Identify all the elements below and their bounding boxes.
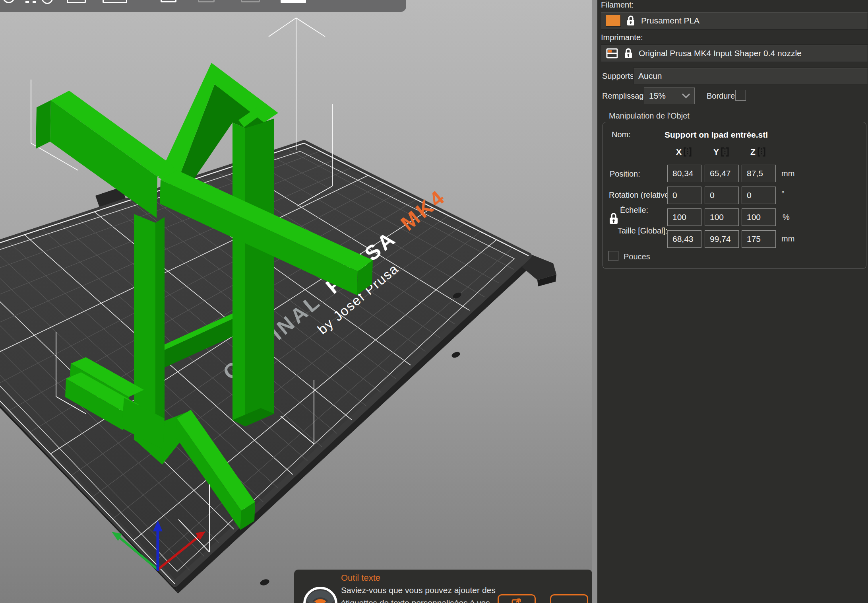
inches-checkbox[interactable] — [608, 251, 618, 261]
printer-combo[interactable]: Original Prusa MK4 Input Shaper 0.4 nozz… — [601, 45, 868, 62]
size-y-input[interactable] — [705, 230, 739, 248]
copy-brackets-icon — [757, 147, 766, 157]
prusa-mascot-icon — [302, 581, 339, 603]
toast-line1: Saviez-vous que vous pouvez ajouter des — [341, 585, 496, 595]
axis-x-label: X — [676, 147, 682, 157]
rotation-label: Rotation (relative): — [609, 191, 674, 200]
size-unit: mm — [781, 234, 794, 243]
infill-value: 15% — [649, 91, 666, 101]
brim-label: Bordure: — [707, 91, 737, 101]
supports-label: Supports: — [602, 72, 636, 81]
model-right-leg-side — [232, 123, 245, 426]
axis-header-y: Y — [713, 147, 729, 157]
name-label: Nom: — [612, 130, 631, 139]
copy-brackets-icon — [683, 147, 692, 157]
3d-viewport[interactable]: ORIGINAL PRUSA MK4 by Josef Prusa — [0, 0, 592, 603]
rotation-x-input[interactable] — [667, 187, 701, 204]
rotation-unit: ° — [781, 190, 785, 199]
size-z-input[interactable] — [742, 230, 776, 248]
scale-y-input[interactable] — [705, 208, 739, 226]
position-z-input[interactable] — [742, 165, 776, 182]
filament-color-swatch — [606, 15, 621, 27]
toast-open-button[interactable] — [498, 594, 536, 603]
panel-splitter[interactable] — [592, 0, 597, 603]
axis-header-x: X — [676, 147, 692, 157]
toast-close-button[interactable] — [550, 594, 588, 603]
lock-icon — [626, 15, 636, 26]
supports-combo[interactable]: Aucun — [633, 68, 868, 84]
printer-icon — [606, 48, 618, 59]
toast-title: Outil texte — [341, 573, 380, 583]
inches-label: Pouces — [624, 252, 650, 261]
infill-combo[interactable]: 15% — [644, 88, 695, 104]
size-x-input[interactable] — [667, 230, 701, 248]
lock-icon — [624, 48, 633, 59]
axis-header-z: Z — [750, 147, 766, 157]
filament-value: Prusament PLA — [641, 16, 699, 25]
model-right-leg-front — [245, 119, 274, 426]
infill-label: Remplissage: — [602, 91, 650, 101]
scale-x-input[interactable] — [667, 208, 701, 226]
uniform-scale-lock-icon[interactable] — [608, 212, 619, 226]
notification-toast: Outil texte Saviez-vous que vous pouvez … — [294, 570, 592, 603]
scene-canvas: ORIGINAL PRUSA MK4 by Josef Prusa — [0, 0, 592, 603]
toolbar-icon-2c[interactable] — [41, 0, 53, 4]
size-label: Taille [Global]: — [618, 226, 668, 235]
scale-unit: % — [783, 213, 790, 222]
toolbar-icon-2[interactable] — [25, 1, 29, 3]
object-name: Support on Ipad entrèe.stl — [635, 130, 798, 140]
chevron-down-icon — [682, 93, 690, 99]
toolbar-icon-4[interactable] — [103, 0, 127, 3]
manipulation-title: Manipulation de l'Objet — [609, 111, 690, 121]
toolbar-icon-3[interactable] — [67, 0, 86, 3]
axis-y-label: Y — [713, 147, 719, 157]
filament-combo[interactable]: Prusament PLA — [601, 12, 868, 29]
position-y-input[interactable] — [705, 165, 739, 182]
copy-brackets-icon — [721, 147, 729, 157]
open-link-icon — [511, 598, 522, 603]
toolbar-icon-6[interactable] — [198, 0, 215, 2]
printer-label: Imprimante: — [601, 33, 643, 42]
position-unit: mm — [781, 169, 794, 178]
brim-checkbox[interactable] — [735, 90, 746, 101]
toolbar-icon-5[interactable] — [161, 0, 176, 2]
toolbar-icon-2b[interactable] — [33, 1, 36, 3]
rotation-y-input[interactable] — [705, 187, 739, 204]
position-label: Position: — [610, 169, 640, 179]
printer-value: Original Prusa MK4 Input Shaper 0.4 nozz… — [639, 49, 802, 58]
axis-z-label: Z — [750, 147, 756, 157]
top-toolbar[interactable] — [0, 0, 406, 12]
toolbar-icon-1[interactable] — [2, 0, 15, 3]
position-x-input[interactable] — [667, 165, 701, 182]
supports-value: Aucun — [638, 71, 662, 81]
filament-label: Filament: — [601, 0, 634, 10]
object-manipulation-box: Nom: Support on Ipad entrèe.stl X Y Z Po… — [603, 122, 866, 269]
rotation-z-input[interactable] — [742, 187, 776, 204]
model-arm-tip — [36, 100, 51, 149]
scale-label: Échelle: — [620, 206, 648, 215]
right-sidebar: Filament: Prusament PLA Imprimante: Orig… — [597, 0, 868, 603]
toolbar-icon-7[interactable] — [241, 0, 260, 2]
toast-line2: étiquettes de texte personnalisées à vos — [341, 598, 490, 603]
prusaslicer-window: { "toolbar": { "icons": ["toolbar-icon-1… — [0, 0, 868, 603]
scale-z-input[interactable] — [742, 208, 776, 226]
toolbar-icon-8[interactable] — [281, 0, 306, 3]
